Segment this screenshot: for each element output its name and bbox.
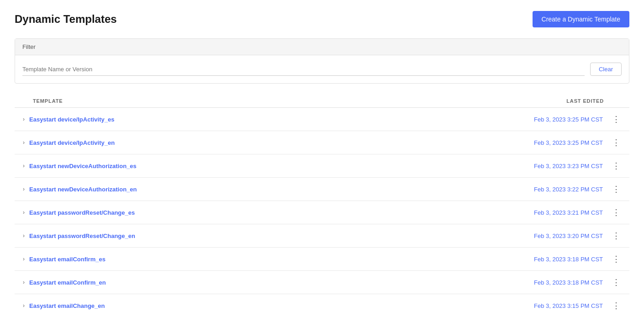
table-row: › Easystart passwordReset/Change_en Feb … <box>15 224 629 248</box>
table-row: › Easystart emailConfirm_en Feb 3, 2023 … <box>15 271 629 294</box>
expand-icon[interactable]: › <box>22 232 26 240</box>
template-name[interactable]: Easystart emailChange_en <box>29 302 105 309</box>
expand-icon[interactable]: › <box>22 138 26 147</box>
template-name[interactable]: Easystart emailConfirm_es <box>29 256 106 263</box>
more-options-button[interactable]: ⋮ <box>610 277 622 287</box>
column-header-template: TEMPLATE <box>33 98 63 104</box>
clear-button[interactable]: Clear <box>590 63 622 76</box>
template-name[interactable]: Easystart device/IpActivity_en <box>29 139 115 146</box>
expand-icon[interactable]: › <box>22 185 26 193</box>
filter-header: Filter <box>15 39 629 55</box>
last-edited-value: Feb 3, 2023 3:22 PM CST <box>534 186 603 193</box>
filter-section: Filter Clear <box>15 38 629 84</box>
expand-icon[interactable]: › <box>22 162 26 170</box>
last-edited-value: Feb 3, 2023 3:18 PM CST <box>534 279 603 286</box>
templates-table: TEMPLATE LAST EDITED › Easystart device/… <box>15 95 629 312</box>
last-edited-value: Feb 3, 2023 3:21 PM CST <box>534 209 603 216</box>
more-options-button[interactable]: ⋮ <box>610 137 622 148</box>
more-options-button[interactable]: ⋮ <box>610 184 622 194</box>
last-edited-value: Feb 3, 2023 3:25 PM CST <box>534 139 603 146</box>
last-edited-value: Feb 3, 2023 3:20 PM CST <box>534 233 603 239</box>
template-name[interactable]: Easystart newDeviceAuthorization_es <box>29 163 137 169</box>
more-options-button[interactable]: ⋮ <box>610 254 622 264</box>
expand-icon[interactable]: › <box>22 208 26 217</box>
last-edited-value: Feb 3, 2023 3:18 PM CST <box>534 256 603 263</box>
table-row: › Easystart newDeviceAuthorization_en Fe… <box>15 178 629 201</box>
more-options-button[interactable]: ⋮ <box>610 114 622 124</box>
table-row: › Easystart passwordReset/Change_es Feb … <box>15 201 629 224</box>
more-options-button[interactable]: ⋮ <box>610 301 622 311</box>
expand-icon[interactable]: › <box>22 278 26 286</box>
last-edited-value: Feb 3, 2023 3:25 PM CST <box>534 116 603 123</box>
template-name[interactable]: Easystart newDeviceAuthorization_en <box>29 186 137 193</box>
table-row: › Easystart emailConfirm_es Feb 3, 2023 … <box>15 248 629 271</box>
last-edited-value: Feb 3, 2023 3:15 PM CST <box>534 302 603 309</box>
more-options-button[interactable]: ⋮ <box>610 207 622 217</box>
more-options-button[interactable]: ⋮ <box>610 161 622 171</box>
table-row: › Easystart emailChange_en Feb 3, 2023 3… <box>15 294 629 312</box>
create-dynamic-template-button[interactable]: Create a Dynamic Template <box>533 11 629 27</box>
template-name[interactable]: Easystart passwordReset/Change_es <box>29 209 135 216</box>
template-name[interactable]: Easystart emailConfirm_en <box>29 279 106 286</box>
expand-icon[interactable]: › <box>22 301 26 310</box>
table-row: › Easystart device/IpActivity_en Feb 3, … <box>15 131 629 154</box>
more-options-button[interactable]: ⋮ <box>610 231 622 241</box>
expand-icon[interactable]: › <box>22 255 26 263</box>
table-header: TEMPLATE LAST EDITED <box>15 95 629 108</box>
table-row: › Easystart newDeviceAuthorization_es Fe… <box>15 154 629 178</box>
search-input[interactable] <box>22 63 585 76</box>
column-header-last-edited: LAST EDITED <box>566 98 604 104</box>
last-edited-value: Feb 3, 2023 3:23 PM CST <box>534 163 603 169</box>
table-row: › Easystart device/IpActivity_es Feb 3, … <box>15 108 629 131</box>
expand-icon[interactable]: › <box>22 115 26 123</box>
template-name[interactable]: Easystart device/IpActivity_es <box>29 116 114 123</box>
template-name[interactable]: Easystart passwordReset/Change_en <box>29 233 135 239</box>
page-title: Dynamic Templates <box>15 13 117 26</box>
